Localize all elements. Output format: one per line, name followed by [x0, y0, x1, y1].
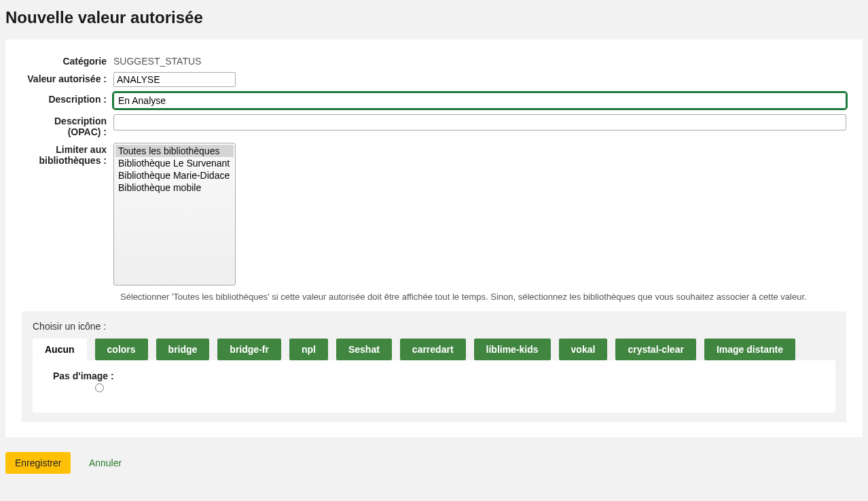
authval-label: Valeur autorisée :	[22, 72, 113, 84]
authval-input[interactable]	[113, 72, 236, 87]
form-card: Catégorie SUGGEST_STATUS Valeur autorisé…	[5, 39, 863, 437]
libs-help-text: Sélectionner 'Toutes les bibliothèques' …	[120, 292, 846, 302]
icon-tab-aucun[interactable]: Aucun	[33, 339, 87, 360]
icon-tab-npl[interactable]: npl	[289, 339, 328, 360]
icon-fieldset-label: Choisir un icône :	[33, 321, 835, 332]
icon-tab-vokal[interactable]: vokal	[559, 339, 608, 360]
description-opac-label: Description (OPAC) :	[22, 114, 113, 137]
limit-libs-label: Limiter aux bibliothèques :	[22, 143, 113, 166]
icon-tab-image-distante[interactable]: Image distante	[704, 339, 795, 360]
category-value: SUGGEST_STATUS	[113, 54, 846, 67]
libraries-select[interactable]: Toutes les bibliothèquesBibliothèque Le …	[113, 143, 236, 286]
description-opac-input[interactable]	[113, 114, 846, 131]
noimage-radio[interactable]	[95, 383, 104, 392]
save-button[interactable]: Enregistrer	[5, 452, 71, 474]
description-label: Description :	[22, 92, 113, 105]
form-actions: Enregistrer Annuler	[5, 445, 863, 487]
library-option[interactable]: Toutes les bibliothèques	[115, 145, 234, 157]
description-input[interactable]	[113, 92, 846, 109]
icon-tab-bridge[interactable]: bridge	[156, 339, 210, 360]
icon-tab-liblime-kids[interactable]: liblime-kids	[474, 339, 551, 360]
library-option[interactable]: Bibliothèque Marie-Didace	[115, 169, 234, 182]
page-title: Nouvelle valeur autorisée	[5, 8, 863, 27]
category-label: Catégorie	[22, 54, 113, 67]
icon-section: Choisir un icône : Aucuncolorsbridgebrid…	[22, 311, 846, 422]
icon-tab-colors[interactable]: colors	[95, 339, 148, 360]
icon-tab-seshat[interactable]: Seshat	[336, 339, 392, 360]
icon-tabs: Aucuncolorsbridgebridge-frnplSeshatcarre…	[33, 339, 835, 360]
cancel-button[interactable]: Annuler	[85, 457, 126, 469]
library-option[interactable]: Bibliothèque mobile	[115, 182, 234, 194]
icon-tab-bridge-fr[interactable]: bridge-fr	[217, 339, 281, 360]
library-option[interactable]: Bibliothèque Le Survenant	[115, 157, 234, 169]
noimage-label: Pas d'image :	[53, 370, 114, 381]
tab-content-none: Pas d'image :	[33, 360, 835, 413]
icon-tab-crystal-clear[interactable]: crystal-clear	[615, 339, 696, 360]
icon-tab-carredart[interactable]: carredart	[400, 339, 466, 360]
